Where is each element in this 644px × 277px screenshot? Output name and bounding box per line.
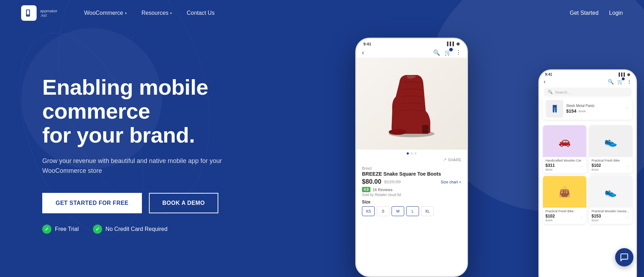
product-card-1-image: 🚗 xyxy=(543,125,586,157)
product-card-1-price: $311 xyxy=(545,163,555,168)
svg-rect-4 xyxy=(422,125,429,134)
logo[interactable]: appmaker .xyz xyxy=(21,5,57,21)
no-credit-label: No Credit Card Required xyxy=(106,226,168,232)
product-card-4-image: 👟 xyxy=(589,176,632,208)
size-m[interactable]: M xyxy=(392,206,404,216)
phone-action-icons: 🔍 🛒 ⋮ xyxy=(433,49,461,56)
product-card-4-title: Practical Wooden Sausages xyxy=(592,209,630,213)
product-card-1-info: Handcrafted Wooden Car $311 $504 ♡ xyxy=(543,157,586,173)
product-card-3[interactable]: 👜 Practical Fresh Bike $102 $164 ♡ xyxy=(543,176,586,224)
nav-contact-us[interactable]: Contact Us xyxy=(181,7,220,19)
phone2-statusbar: 9:41 ▌▌▌ ◉ xyxy=(539,70,636,77)
product-card-2-old-price: $164 xyxy=(592,168,601,171)
chevron-down-icon: ▾ xyxy=(170,11,172,15)
sold-by: Sold by Retailer cloud ltd. xyxy=(362,193,461,197)
product-wide-old-price: $228 xyxy=(579,109,586,113)
nav-login[interactable]: Login xyxy=(609,10,623,16)
nav-get-started[interactable]: Get Started xyxy=(570,10,599,16)
heart-icon[interactable]: ♡ xyxy=(625,106,630,112)
get-started-button[interactable]: GET STARTED FOR FREE xyxy=(42,193,142,213)
phone-image-dots xyxy=(356,150,467,157)
product-card-3-old-price: $164 xyxy=(545,219,555,222)
phone-statusbar: 9:41 ▌▌▌ ◉ xyxy=(356,39,467,48)
product-card-4[interactable]: 👟 Practical Wooden Sausages $153 $210 ♡ xyxy=(589,176,632,224)
nav-woocommerce[interactable]: WooCommerce ▾ xyxy=(79,7,132,19)
product-grid: 🚗 Handcrafted Wooden Car $311 $504 ♡ xyxy=(539,122,636,227)
product-card-1[interactable]: 🚗 Handcrafted Wooden Car $311 $504 ♡ xyxy=(543,125,586,173)
product-shoe-svg xyxy=(385,69,438,139)
product-card-1-price-row: $311 $504 ♡ xyxy=(545,163,584,171)
chat-widget[interactable] xyxy=(615,248,633,266)
product-card-3-price: $102 xyxy=(545,214,555,219)
product-name: BREEZE Snake Square Toe Boots xyxy=(362,171,461,177)
phone-back-icon: ‹ xyxy=(362,49,364,56)
product-rating: 4.9 16 Reviews xyxy=(362,187,461,192)
phone2-back-icon: ‹ xyxy=(544,78,545,85)
svg-rect-1 xyxy=(27,10,29,14)
product-price: $80.00 xyxy=(362,178,381,185)
size-buttons: XS S M L XL xyxy=(362,206,461,216)
phone-secondary: 9:41 ▌▌▌ ◉ ‹ 🔍 🛒 ⋮ 🔍 Search... xyxy=(538,69,637,277)
logo-name: appmaker xyxy=(40,9,57,13)
nav-right: Get Started Login xyxy=(570,10,623,16)
logo-text-container: appmaker .xyz xyxy=(40,9,57,17)
logo-icon xyxy=(21,5,37,21)
size-xl[interactable]: XL xyxy=(421,206,434,216)
search-icon: 🔍 xyxy=(433,49,440,56)
review-count: 16 Reviews xyxy=(373,188,393,192)
phone-product-info: Breez BREEZE Snake Square Toe Boots $80.… xyxy=(356,163,467,219)
product-card-wide: 👖 Sleek Metal Pantz $154 $228 ♡ xyxy=(543,98,632,120)
product-old-price: $120.00 xyxy=(384,179,401,184)
product-card-2-price-row: $102 $164 ♡ xyxy=(592,163,630,171)
size-l[interactable]: L xyxy=(406,206,419,216)
product-brand: Breez xyxy=(362,166,461,170)
product-wide-info: Sleek Metal Pantz $154 $228 xyxy=(566,104,622,114)
product-card-4-old-price: $210 xyxy=(592,219,601,222)
heart-icon[interactable]: ♡ xyxy=(626,215,630,221)
rating-stars: 4.9 xyxy=(362,187,370,192)
chevron-down-icon: ▾ xyxy=(125,11,127,15)
heart-icon[interactable]: ♡ xyxy=(626,165,630,170)
product-wide-price: $154 xyxy=(566,108,576,114)
hero-badges: Free Trial No Credit Card Required xyxy=(42,225,289,234)
size-xs[interactable]: XS xyxy=(362,206,375,216)
phone2-search-bar[interactable]: 🔍 Search... xyxy=(544,88,632,96)
product-card-2-info: Practical Fresh Bike $102 $164 ♡ xyxy=(589,157,632,173)
product-card-2[interactable]: 👟 Practical Fresh Bike $102 $164 ♡ xyxy=(589,125,632,173)
svg-point-5 xyxy=(389,129,406,135)
nav-links: WooCommerce ▾ Resources ▾ Contact Us xyxy=(79,7,570,19)
product-wide-image: 👖 xyxy=(546,100,563,118)
product-card-3-info: Practical Fresh Bike $102 $164 ♡ xyxy=(543,208,586,224)
free-trial-badge: Free Trial xyxy=(42,225,79,234)
size-s[interactable]: S xyxy=(377,206,389,216)
size-label: Size xyxy=(362,200,461,204)
chat-icon xyxy=(620,253,629,262)
hero-subtitle: Grow your revenue with beautiful and nat… xyxy=(42,156,236,176)
product-card-1-title: Handcrafted Wooden Car xyxy=(545,159,584,162)
size-chart-link[interactable]: Size chart > xyxy=(441,180,461,184)
product-card-2-price: $102 xyxy=(592,163,601,168)
hero-buttons: GET STARTED FOR FREE BOOK A DEMO xyxy=(42,193,289,213)
svg-point-3 xyxy=(389,130,434,137)
heart-icon[interactable]: ♡ xyxy=(580,165,584,170)
phone2-search-icon: 🔍 xyxy=(608,79,614,84)
navbar: appmaker .xyz WooCommerce ▾ Resources ▾ … xyxy=(0,0,644,26)
search-icon: 🔍 xyxy=(548,90,553,94)
phone-product-image xyxy=(356,58,467,150)
logo-svg xyxy=(25,9,33,17)
phone-mockups: 9:41 ▌▌▌ ◉ ‹ 🔍 🛒 ⋮ xyxy=(327,24,644,277)
product-price-row: $80.00 $120.00 Size chart > xyxy=(362,178,461,185)
phone-main: 9:41 ▌▌▌ ◉ ‹ 🔍 🛒 ⋮ xyxy=(355,38,468,277)
heart-icon[interactable]: ♡ xyxy=(580,215,584,221)
book-demo-button[interactable]: BOOK A DEMO xyxy=(149,193,218,213)
product-card-4-price: $153 xyxy=(592,214,601,219)
check-icon-free-trial xyxy=(42,225,51,234)
product-card-4-info: Practical Wooden Sausages $153 $210 ♡ xyxy=(589,208,632,224)
product-card-3-title: Practical Fresh Bike xyxy=(545,209,584,213)
product-card-2-image: 👟 xyxy=(589,125,632,157)
product-card-3-image: 👜 xyxy=(543,176,586,208)
product-card-4-price-row: $153 $210 ♡ xyxy=(592,214,630,222)
nav-resources[interactable]: Resources ▾ xyxy=(136,7,177,19)
hero-title: Enabling mobile commerce for your brand. xyxy=(42,75,289,147)
product-card-1-old-price: $504 xyxy=(545,168,555,171)
